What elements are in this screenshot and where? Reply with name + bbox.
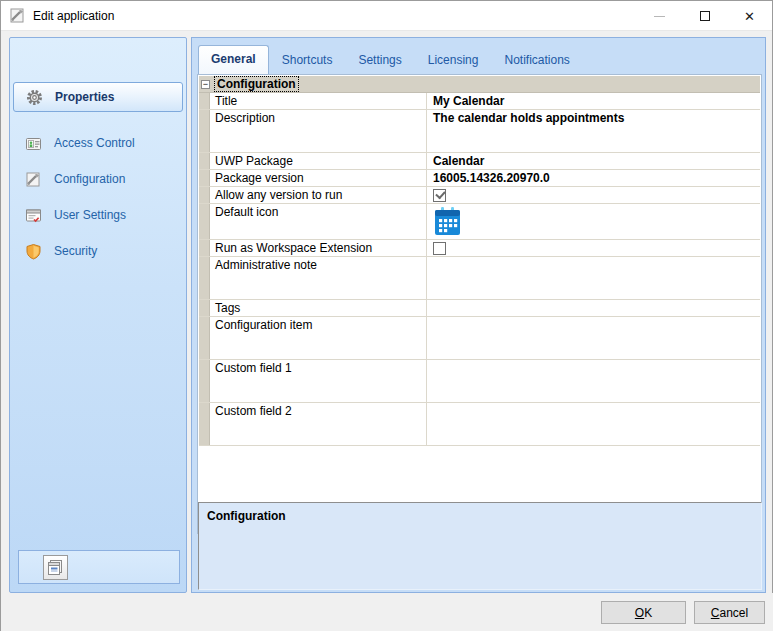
close-icon: ✕	[744, 10, 755, 23]
sidebar: Properties Access Control Configuration	[9, 37, 187, 593]
property-label: Allow any version to run	[210, 187, 427, 203]
grid-category-header[interactable]: − Configuration	[199, 76, 760, 93]
content-panel: General Shortcuts Settings Licensing Not…	[191, 37, 766, 593]
grid-row-description[interactable]: Description The calendar holds appointme…	[199, 110, 760, 153]
tools-icon	[25, 171, 42, 188]
tab-general[interactable]: General	[198, 45, 269, 75]
row-gutter	[199, 153, 210, 169]
property-value[interactable]	[427, 317, 760, 359]
grid-row-custom-field-2[interactable]: Custom field 2	[199, 403, 760, 446]
row-gutter	[199, 360, 210, 402]
property-value[interactable]: 16005.14326.20970.0	[427, 170, 760, 186]
sidebar-item-label: User Settings	[54, 208, 126, 222]
property-label: Custom field 2	[210, 403, 427, 445]
window-title: Edit application	[33, 9, 114, 23]
sidebar-item-user-settings[interactable]: User Settings	[13, 200, 183, 230]
property-value[interactable]	[427, 403, 760, 445]
titlebar: Edit application ✕	[1, 1, 772, 31]
sidebar-item-label: Security	[54, 244, 97, 258]
sidebar-item-label: Properties	[55, 90, 114, 104]
grid-row-default-icon[interactable]: Default icon	[199, 204, 760, 240]
row-gutter	[199, 93, 210, 109]
ok-button[interactable]: OK	[601, 601, 686, 624]
row-gutter	[199, 403, 210, 445]
row-gutter	[199, 110, 210, 152]
property-value[interactable]	[427, 204, 760, 239]
grid-row-administrative-note[interactable]: Administrative note	[199, 257, 760, 300]
close-button[interactable]: ✕	[727, 1, 772, 31]
property-label: Description	[210, 110, 427, 152]
row-gutter	[199, 240, 210, 256]
cascade-windows-button[interactable]	[43, 555, 68, 580]
property-value[interactable]	[427, 257, 760, 299]
run-as-workspace-extension-checkbox[interactable]	[433, 242, 446, 255]
minimize-button[interactable]	[637, 1, 682, 31]
property-label: Custom field 1	[210, 360, 427, 402]
property-label: Default icon	[210, 204, 427, 239]
property-grid: − Configuration Title My Calendar Descri…	[199, 76, 760, 446]
cancel-button-label: Cancel	[695, 606, 764, 620]
property-value[interactable]: My Calendar	[427, 93, 760, 109]
grid-row-tags[interactable]: Tags	[199, 300, 760, 317]
maximize-icon	[700, 11, 710, 21]
property-value[interactable]	[427, 300, 760, 316]
property-label: Administrative note	[210, 257, 427, 299]
property-label: Configuration item	[210, 317, 427, 359]
window-settings-icon	[25, 207, 42, 224]
description-panel: Configuration	[198, 502, 762, 590]
edit-application-dialog: Edit application ✕ Properties	[0, 0, 773, 631]
row-gutter	[199, 204, 210, 239]
tab-page-general: − Configuration Title My Calendar Descri…	[197, 74, 762, 534]
shield-icon	[25, 243, 42, 260]
property-label: Title	[210, 93, 427, 109]
grid-row-allow-any-version[interactable]: Allow any version to run	[199, 187, 760, 204]
maximize-button[interactable]	[682, 1, 727, 31]
description-panel-title: Configuration	[207, 509, 753, 523]
property-value[interactable]: Calendar	[427, 153, 760, 169]
tabstrip: General Shortcuts Settings Licensing Not…	[198, 45, 583, 74]
minimize-icon	[654, 16, 665, 17]
sidebar-item-access-control[interactable]: Access Control	[13, 128, 183, 158]
sidebar-item-security[interactable]: Security	[13, 236, 183, 266]
ok-button-label: OK	[602, 606, 685, 620]
id-card-icon	[25, 135, 42, 152]
row-gutter	[199, 257, 210, 299]
cascade-windows-icon	[47, 559, 64, 576]
tab-shortcuts[interactable]: Shortcuts	[269, 46, 346, 74]
grid-row-run-as-workspace-extension[interactable]: Run as Workspace Extension	[199, 240, 760, 257]
sidebar-item-properties[interactable]: Properties	[13, 82, 183, 112]
property-value	[427, 187, 760, 203]
property-value	[427, 240, 760, 256]
grid-row-title[interactable]: Title My Calendar	[199, 93, 760, 110]
row-gutter	[199, 170, 210, 186]
property-value[interactable]: The calendar holds appointments	[427, 110, 760, 152]
grid-category-label: Configuration	[214, 76, 299, 92]
dialog-footer: OK Cancel	[1, 593, 773, 631]
allow-any-version-checkbox[interactable]	[433, 189, 446, 202]
row-gutter	[199, 317, 210, 359]
property-label: Package version	[210, 170, 427, 186]
calendar-app-icon	[433, 207, 461, 237]
property-label: Run as Workspace Extension	[210, 240, 427, 256]
tab-notifications[interactable]: Notifications	[491, 46, 582, 74]
sidebar-item-configuration[interactable]: Configuration	[13, 164, 183, 194]
grid-row-uwp-package[interactable]: UWP Package Calendar	[199, 153, 760, 170]
sidebar-item-label: Access Control	[54, 136, 135, 150]
property-label: UWP Package	[210, 153, 427, 169]
tab-settings[interactable]: Settings	[345, 46, 414, 74]
gear-icon	[26, 89, 43, 106]
grid-row-package-version[interactable]: Package version 16005.14326.20970.0	[199, 170, 760, 187]
grid-row-custom-field-1[interactable]: Custom field 1	[199, 360, 760, 403]
row-gutter	[199, 300, 210, 316]
row-gutter	[199, 187, 210, 203]
tab-licensing[interactable]: Licensing	[415, 46, 492, 74]
sidebar-item-label: Configuration	[54, 172, 125, 186]
sidebar-footer-box	[18, 550, 180, 584]
property-value[interactable]	[427, 360, 760, 402]
property-label: Tags	[210, 300, 427, 316]
grid-row-configuration-item[interactable]: Configuration item	[199, 317, 760, 360]
cancel-button[interactable]: Cancel	[694, 601, 765, 624]
app-tools-icon	[9, 7, 26, 24]
collapse-icon[interactable]: −	[201, 80, 210, 89]
